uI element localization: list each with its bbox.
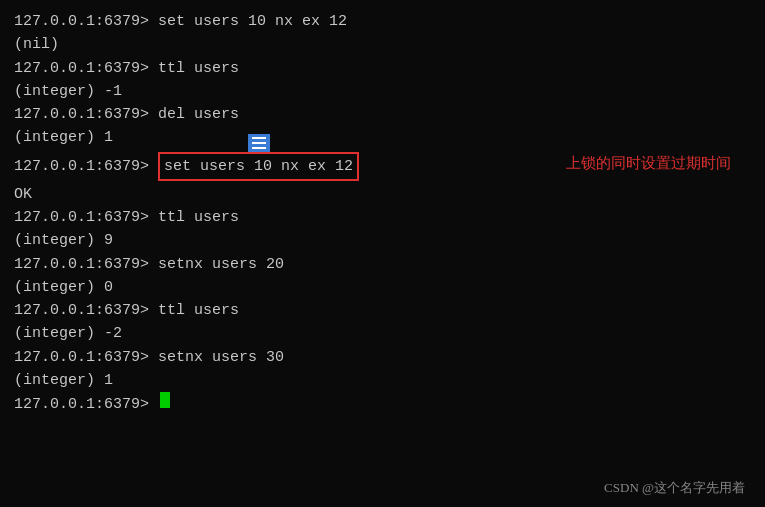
result: OK — [14, 183, 32, 206]
prompt: 127.0.0.1:6379> — [14, 10, 158, 33]
prompt: 127.0.0.1:6379> — [14, 206, 158, 229]
command: ttl users — [158, 299, 239, 322]
command: del users — [158, 103, 239, 126]
terminal: 127.0.0.1:6379> set users 10 nx ex 12 (n… — [0, 0, 765, 426]
prompt: 127.0.0.1:6379> — [14, 103, 158, 126]
prompt: 127.0.0.1:6379> — [14, 155, 158, 178]
icon-line — [252, 137, 266, 139]
terminal-line: OK — [14, 183, 751, 206]
terminal-line: (integer) -2 — [14, 322, 751, 345]
prompt: 127.0.0.1:6379> — [14, 57, 158, 80]
command: setnx users 30 — [158, 346, 284, 369]
terminal-line: 127.0.0.1:6379> set users 10 nx ex 12 — [14, 10, 751, 33]
terminal-line: (integer) 1 — [14, 369, 751, 392]
terminal-input-line[interactable]: 127.0.0.1:6379> — [14, 392, 751, 416]
icon-line — [252, 147, 266, 149]
terminal-line: (integer) -1 — [14, 80, 751, 103]
terminal-cursor — [160, 392, 170, 408]
prompt: 127.0.0.1:6379> — [14, 393, 158, 416]
note-icon — [248, 134, 270, 152]
command: set users 10 nx ex 12 — [158, 10, 347, 33]
result: (integer) 1 — [14, 369, 113, 392]
command: ttl users — [158, 206, 239, 229]
terminal-line: (nil) — [14, 33, 751, 56]
terminal-line: 127.0.0.1:6379> setnx users 20 — [14, 253, 751, 276]
command: setnx users 20 — [158, 253, 284, 276]
result: (nil) — [14, 33, 59, 56]
annotation-text: 上锁的同时设置过期时间 — [566, 152, 731, 175]
terminal-line: (integer) 1 — [14, 126, 751, 149]
result: (integer) -2 — [14, 322, 122, 345]
watermark: CSDN @这个名字先用着 — [604, 479, 745, 497]
result: (integer) 9 — [14, 229, 113, 252]
command-text: set users 10 nx ex 12 — [164, 158, 353, 175]
terminal-line: 127.0.0.1:6379> ttl users — [14, 57, 751, 80]
result: (integer) 1 — [14, 126, 113, 149]
terminal-line: (integer) 9 — [14, 229, 751, 252]
icon-line — [252, 142, 266, 144]
prompt: 127.0.0.1:6379> — [14, 253, 158, 276]
highlighted-command: set users 10 nx ex 12 — [158, 152, 359, 181]
prompt: 127.0.0.1:6379> — [14, 299, 158, 322]
terminal-line: (integer) 0 — [14, 276, 751, 299]
prompt: 127.0.0.1:6379> — [14, 346, 158, 369]
terminal-line: 127.0.0.1:6379> ttl users — [14, 206, 751, 229]
result: (integer) 0 — [14, 276, 113, 299]
terminal-line: 127.0.0.1:6379> del users — [14, 103, 751, 126]
command: ttl users — [158, 57, 239, 80]
highlighted-command-line: 127.0.0.1:6379> set users 10 nx ex 12 上锁… — [14, 152, 751, 181]
terminal-line: 127.0.0.1:6379> setnx users 30 — [14, 346, 751, 369]
result: (integer) -1 — [14, 80, 122, 103]
terminal-line: 127.0.0.1:6379> ttl users — [14, 299, 751, 322]
